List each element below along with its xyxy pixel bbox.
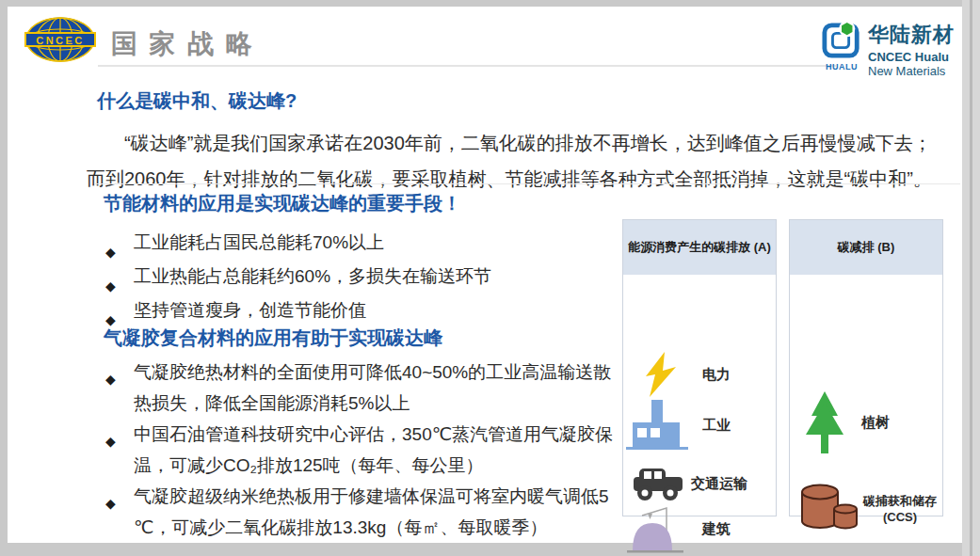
panel-item-label: 碳捕获和储存 <box>863 493 937 510</box>
diamond-bullet-icon: ◆ <box>105 364 116 395</box>
carbon-emission-panel: 能源消费产生的碳排放 (A) 电力 <box>622 219 777 516</box>
carbon-reduction-panel: 碳减排 (B) 植树 <box>789 219 943 516</box>
slide-viewport: CNCEC 国家战略 HUALU 华陆新材 CNCEC Hualu New Ma… <box>0 0 980 556</box>
lightning-icon <box>633 352 689 397</box>
panel-row-industry: 工业 <box>625 400 731 451</box>
panel-a-header: 能源消费产生的碳排放 (A) <box>623 220 776 277</box>
hualu-mark-text: HUALU <box>826 62 858 71</box>
list-item: ◆ 工业能耗占国民总能耗70%以上 <box>105 226 619 260</box>
car-icon <box>629 465 687 502</box>
svg-text:CNCEC: CNCEC <box>36 35 85 46</box>
list-item: ◆ 气凝胶超级纳米绝热板用于修建墙体保温可将室内暖气调低5 ℃，可减少二氧化碳排… <box>105 481 629 543</box>
diamond-bullet-icon: ◆ <box>105 488 116 519</box>
panel-row-tree: 植树 <box>799 391 890 453</box>
barrels-icon <box>797 484 860 532</box>
panel-item-label: 电力 <box>702 366 731 384</box>
bullet-text: 中国石油管道科技研究中心评估，350℃蒸汽管道用气凝胶保温，可减少CO₂排放12… <box>134 424 613 475</box>
panel-item-label: 植树 <box>861 414 890 432</box>
hualu-logo: HUALU 华陆新材 CNCEC Hualu New Materials <box>821 21 955 78</box>
section1-heading: 节能材料的应用是实现碳达峰的重要手段！ <box>104 191 461 216</box>
bullet-text: 工业能耗占国民总能耗70%以上 <box>134 232 384 252</box>
section2-heading: 气凝胶复合材料的应用有助于实现碳达峰 <box>104 326 442 351</box>
bullet-text: 气凝胶绝热材料的全面使用可降低40~50%的工业高温输送散热损失，降低全国能源消… <box>134 362 611 413</box>
page-title: 国家战略 <box>111 26 264 62</box>
panel-row-electricity: 电力 <box>633 352 731 397</box>
intro-paragraph: “碳达峰”就是我们国家承诺在2030年前，二氧化碳的排放不再增长，达到峰值之后再… <box>87 125 976 197</box>
panel-item-label: 工业 <box>702 417 731 435</box>
hualu-square-icon <box>821 21 862 64</box>
bullet-text: 坚持管道瘦身，创造节能价值 <box>134 300 366 320</box>
panel-row-ccs: 碳捕获和储存 (CCS) <box>797 484 937 532</box>
section1-bullet-list: ◆ 工业能耗占国民总能耗70%以上 ◆ 工业热能占总能耗约60%，多损失在输送环… <box>105 226 619 327</box>
panel-b-body: 植树 碳捕获和储存 (CCS) <box>790 277 942 514</box>
factory-icon <box>625 400 693 451</box>
intro-question-heading: 什么是碳中和、碳达峰? <box>97 88 297 114</box>
cncec-globe-icon: CNCEC <box>24 16 96 67</box>
panel-row-transport: 交通运输 <box>629 465 747 502</box>
section2-bullet-list: ◆ 气凝胶绝热材料的全面使用可降低40~50%的工业高温输送散热损失，降低全国能… <box>105 357 629 543</box>
panel-b-header: 碳减排 (B) <box>790 220 942 277</box>
list-item: ◆ 工业热能占总能耗约60%，多损失在输送环节 <box>105 260 619 294</box>
hualu-en-name-line2: New Materials <box>868 64 955 78</box>
paragraph-divider <box>94 183 960 184</box>
viewer-edge-line <box>970 0 972 556</box>
bullet-text: 气凝胶超级纳米绝热板用于修建墙体保温可将室内暖气调低5 ℃，可减少二氧化碳排放1… <box>134 486 609 537</box>
building-icon <box>627 502 689 555</box>
list-item: ◆ 气凝胶绝热材料的全面使用可降低40~50%的工业高温输送散热损失，降低全国能… <box>105 357 629 419</box>
bullet-text: 工业热能占总能耗约60%，多损失在输送环节 <box>134 266 491 286</box>
panel-row-construction: 建筑 <box>627 502 731 555</box>
diamond-bullet-icon: ◆ <box>105 426 116 457</box>
list-item: ◆ 中国石油管道科技研究中心评估，350℃蒸汽管道用气凝胶保温，可减少CO₂排放… <box>105 419 629 481</box>
header-divider <box>98 65 836 67</box>
hualu-cn-name: 华陆新材 <box>868 21 955 49</box>
panel-item-sublabel: (CCS) <box>883 510 917 524</box>
list-item: ◆ 坚持管道瘦身，创造节能价值 <box>105 294 619 327</box>
panel-item-label: 建筑 <box>702 520 731 538</box>
intro-paragraph-line1: “碳达峰”就是我们国家承诺在2030年前，二氧化碳的排放不再增长，达到峰值之后再… <box>87 125 976 161</box>
tree-icon <box>799 391 850 453</box>
panel-item-label: 交通运输 <box>691 475 747 493</box>
hualu-en-name-line1: CNCEC Hualu <box>868 50 955 64</box>
panel-a-body: 电力 工业 <box>623 277 776 514</box>
